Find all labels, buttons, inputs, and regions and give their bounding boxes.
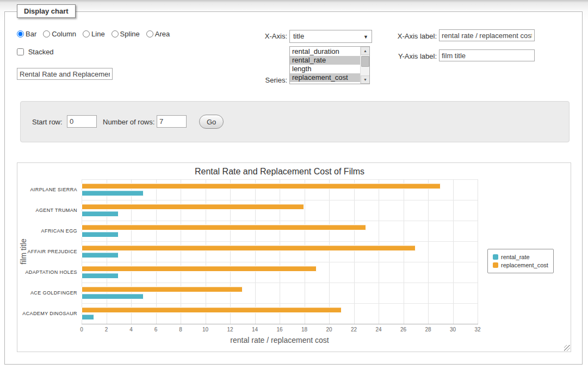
- x-tick-label: 24: [370, 327, 387, 333]
- number-of-rows-label: Number of rows:: [103, 118, 154, 126]
- resize-handle-icon[interactable]: [564, 345, 570, 351]
- series-option-rental_rate[interactable]: rental_rate: [290, 56, 360, 65]
- x-tick-label: 32: [469, 327, 486, 333]
- chart-type-radio-area[interactable]: [146, 30, 153, 37]
- y-gridline: [82, 303, 478, 304]
- chart-type-option-spline[interactable]: Spline: [112, 30, 140, 38]
- x-gridline: [156, 179, 157, 324]
- x-axis-select[interactable]: title ▼: [289, 30, 372, 43]
- stacked-checkbox[interactable]: [17, 48, 24, 55]
- stacked-label: Stacked: [28, 48, 54, 56]
- series-listbox-label: Series:: [233, 76, 287, 84]
- chart-type-radio-bar[interactable]: [17, 30, 24, 37]
- display-chart-panel: Display chart BarColumnLineSplineArea St…: [4, 11, 583, 365]
- x-gridline: [107, 179, 107, 324]
- bar-replacement_cost: [82, 204, 304, 210]
- x-axis-select-label: X-Axis:: [233, 32, 287, 40]
- x-gridline: [280, 179, 280, 324]
- legend-item-rental_rate[interactable]: rental_rate: [493, 254, 548, 260]
- start-row-label: Start row:: [32, 118, 63, 126]
- number-of-rows-input[interactable]: [157, 115, 187, 128]
- dropdown-arrow-icon: ▼: [363, 30, 368, 43]
- x-tick-label: 28: [420, 327, 436, 333]
- series-option-rental_duration[interactable]: rental_duration: [290, 47, 360, 56]
- x-gridline: [329, 179, 330, 324]
- x-gridline: [230, 179, 231, 324]
- y-gridline: [82, 221, 478, 221]
- y-gridline: [82, 283, 478, 283]
- bar-replacement_cost: [82, 307, 342, 313]
- chart-title-input[interactable]: [17, 68, 113, 80]
- scroll-down-icon[interactable]: ▼: [361, 76, 370, 84]
- chart-type-option-column[interactable]: Column: [43, 30, 76, 38]
- y-gridline: [82, 262, 478, 262]
- bar-replacement_cost: [82, 224, 366, 230]
- x-tick-label: 12: [222, 327, 238, 333]
- radio-label: Spline: [120, 30, 140, 38]
- x-gridline: [206, 179, 206, 324]
- x-tick-label: 20: [321, 327, 337, 333]
- x-tick-label: 16: [271, 327, 288, 333]
- legend-label: rental_rate: [501, 254, 530, 260]
- radio-label: Line: [91, 30, 105, 38]
- x-gridline: [453, 179, 454, 324]
- x-axis-title: rental rate / replacement cost: [82, 336, 478, 344]
- x-axis-selected-value: title: [293, 32, 304, 40]
- series-options: rental_durationrental_ratelengthreplacem…: [290, 47, 360, 82]
- chart-type-radio-line[interactable]: [83, 30, 90, 37]
- bar-replacement_cost: [82, 266, 317, 272]
- legend-swatch: [493, 262, 498, 268]
- x-tick-label: 8: [172, 327, 189, 333]
- chart-type-option-area[interactable]: Area: [146, 30, 170, 38]
- bar-rental_rate: [82, 314, 94, 320]
- x-gridline: [255, 179, 256, 324]
- stacked-checkbox-option[interactable]: Stacked: [17, 48, 54, 56]
- go-button[interactable]: Go: [199, 115, 224, 129]
- chart: Rental Rate and Replacement Cost of Film…: [17, 162, 571, 352]
- start-row-input[interactable]: [67, 115, 97, 128]
- row-controls-panel: Start row: Number of rows: Go: [20, 101, 570, 142]
- chart-type-option-bar[interactable]: Bar: [17, 30, 36, 38]
- legend-item-replacement_cost[interactable]: replacement_cost: [493, 262, 548, 268]
- y-gridline: [82, 179, 478, 180]
- x-gridline: [82, 179, 82, 324]
- x-tick-label: 2: [98, 327, 115, 333]
- x-axis-label-input[interactable]: [439, 29, 535, 41]
- series-option-length[interactable]: length: [290, 65, 360, 73]
- x-gridline: [404, 179, 404, 324]
- x-tick-label: 26: [395, 327, 412, 333]
- series-listbox[interactable]: rental_durationrental_ratelengthreplacem…: [289, 46, 370, 84]
- y-axis-title: film title: [19, 214, 29, 290]
- chart-type-radio-column[interactable]: [43, 30, 50, 37]
- scroll-up-icon[interactable]: ▲: [361, 47, 370, 55]
- scrollbar-thumb[interactable]: [361, 56, 369, 67]
- bar-rental_rate: [82, 211, 119, 217]
- radio-label: Column: [52, 30, 76, 38]
- x-gridline: [379, 179, 379, 324]
- x-tick-label: 10: [197, 327, 214, 333]
- scrollbar[interactable]: ▲ ▼: [360, 47, 369, 84]
- x-tick-label: 4: [123, 327, 139, 333]
- chart-type-radio-spline[interactable]: [112, 30, 119, 37]
- x-gridline: [428, 179, 429, 324]
- bar-replacement_cost: [82, 245, 416, 251]
- x-gridline: [131, 179, 132, 324]
- x-tick-label: 0: [73, 327, 90, 333]
- x-gridline: [305, 179, 305, 324]
- y-gridline: [82, 241, 478, 242]
- y-gridline: [82, 200, 478, 200]
- chart-type-option-line[interactable]: Line: [83, 30, 105, 38]
- bar-rental_rate: [82, 293, 144, 299]
- x-tick-label: 22: [346, 327, 362, 333]
- radio-label: Bar: [26, 30, 36, 38]
- bar-rental_rate: [82, 273, 119, 279]
- x-axis-line: [82, 324, 478, 324]
- category-label: ACE GOLDFINGER: [17, 290, 77, 296]
- y-axis-label-input[interactable]: [439, 49, 535, 61]
- category-label: AGENT TRUMAN: [17, 208, 77, 213]
- x-tick-label: 18: [296, 327, 313, 333]
- legend-swatch: [493, 254, 498, 260]
- bar-replacement_cost: [82, 286, 243, 292]
- category-label: AIRPLANE SIERRA: [17, 187, 77, 192]
- series-option-replacement_cost[interactable]: replacement_cost: [290, 73, 360, 82]
